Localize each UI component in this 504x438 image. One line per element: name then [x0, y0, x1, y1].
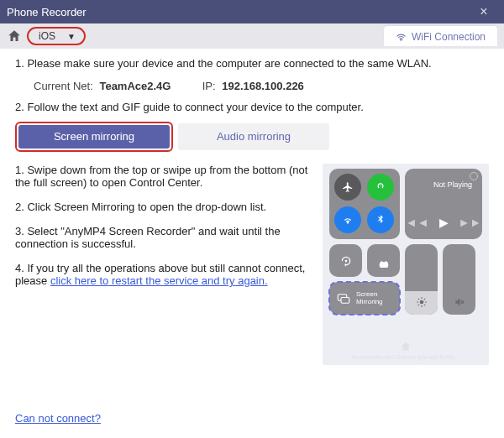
wifi-tab-label: WiFi Connection — [412, 31, 486, 43]
rotation-lock-icon — [329, 244, 362, 277]
airplane-mode-icon — [334, 174, 361, 201]
volume-slider — [443, 244, 475, 315]
volume-mute-icon — [454, 296, 465, 308]
wifi-icon — [396, 32, 407, 43]
tab-screen-mirroring[interactable]: Screen mirroring — [18, 125, 170, 149]
cellular-icon — [367, 174, 394, 201]
connectivity-tile — [329, 169, 400, 239]
step-2: 2. Follow the text and GIF guide to conn… — [15, 101, 489, 113]
instruction-1: 1. Swipe down from the top or swipe up f… — [15, 164, 309, 189]
step-1: 1. Please make sure your device and the … — [15, 57, 489, 70]
ip-label: IP: — [202, 80, 216, 92]
close-button[interactable]: × — [470, 4, 497, 19]
svg-rect-0 — [345, 259, 347, 262]
instruction-4: 4. If you try all the operations above b… — [15, 262, 309, 287]
restart-service-link[interactable]: click here to restart the service and tr… — [50, 274, 268, 287]
next-track-icon: ►► — [459, 216, 482, 229]
svg-rect-2 — [341, 297, 349, 303]
net-label: Current Net: — [34, 80, 93, 92]
svg-line-11 — [423, 299, 424, 300]
network-info: Current Net: TeamAce2.4G IP: 192.168.100… — [15, 75, 489, 101]
screen-mirroring-icon — [336, 291, 351, 306]
play-icon: ▶ — [439, 216, 449, 229]
chevron-down-icon: ▼ — [67, 32, 76, 41]
os-select[interactable]: iOS ▼ — [29, 29, 84, 44]
airplay-icon — [470, 172, 478, 180]
instruction-3: 3. Select "AnyMP4 Screen Recorder" and w… — [15, 225, 309, 250]
window-title: Phone Recorder — [7, 6, 470, 18]
instruction-2: 2. Click Screen Mirroring to open the dr… — [15, 201, 309, 213]
brightness-icon — [416, 296, 428, 308]
now-playing-tile: Not Playing ◄◄ ▶ ►► — [405, 169, 482, 239]
not-playing-label: Not Playing — [433, 180, 472, 189]
svg-line-8 — [417, 299, 418, 300]
os-select-label: iOS — [39, 30, 55, 42]
prev-track-icon: ◄◄ — [406, 216, 429, 229]
svg-line-10 — [417, 305, 418, 305]
screen-mirroring-highlight: Screen mirroring — [15, 122, 173, 152]
bluetooth-icon — [367, 206, 394, 233]
cannot-connect-link[interactable]: Can not connect? — [15, 412, 101, 425]
do-not-disturb-icon — [367, 244, 400, 277]
tab-audio-mirroring[interactable]: Audio mirroring — [178, 123, 329, 150]
os-select-highlight: iOS ▼ — [27, 27, 86, 45]
screen-mirroring-label: Screen Mirroring — [356, 291, 393, 306]
svg-point-3 — [419, 300, 423, 305]
home-accessories-hint: Accessories and Scenes you add in the… — [323, 335, 489, 365]
home-hint-icon — [400, 341, 412, 352]
control-center-preview: Not Playing ◄◄ ▶ ►► Scree — [323, 164, 489, 365]
home-icon[interactable] — [7, 29, 22, 44]
screen-mirroring-tile: Screen Mirroring — [329, 282, 400, 315]
net-value: TeamAce2.4G — [99, 80, 171, 92]
svg-line-9 — [423, 305, 424, 305]
wifi-toggle-icon — [334, 206, 361, 233]
wifi-connection-tab[interactable]: WiFi Connection — [384, 26, 497, 46]
brightness-slider — [405, 244, 438, 315]
ip-value: 192.168.100.226 — [222, 80, 304, 92]
